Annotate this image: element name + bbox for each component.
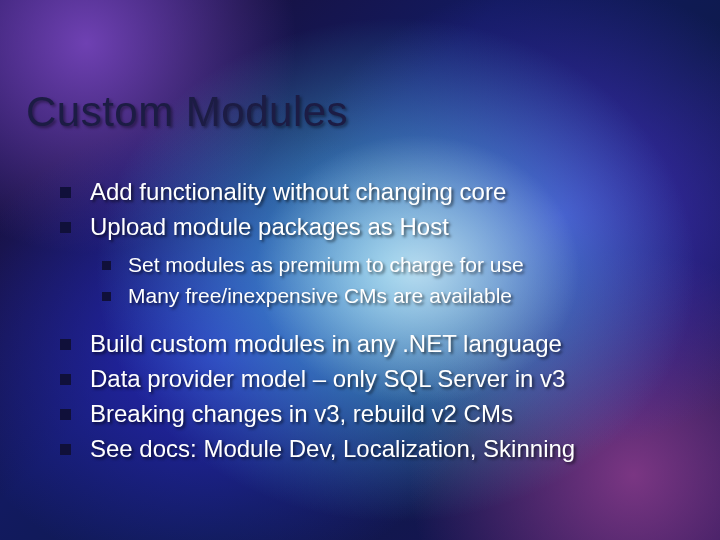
- sub-bullet-item: Many free/inexpensive CMs are available: [102, 281, 690, 311]
- bullet-list: Build custom modules in any .NET languag…: [60, 327, 690, 466]
- sub-bullet-item: Set modules as premium to charge for use: [102, 250, 690, 280]
- bullet-item: Build custom modules in any .NET languag…: [60, 327, 690, 361]
- bullet-item: Add functionality without changing core: [60, 175, 690, 209]
- sub-bullet-list: Set modules as premium to charge for use…: [102, 250, 690, 311]
- bullet-item: Upload module packages as Host: [60, 210, 690, 244]
- bullet-item: Breaking changes in v3, rebuild v2 CMs: [60, 397, 690, 431]
- bullet-item: Data provider model – only SQL Server in…: [60, 362, 690, 396]
- bullet-list: Add functionality without changing core …: [60, 175, 690, 244]
- slide-content: Add functionality without changing core …: [60, 175, 690, 467]
- slide: Custom Modules Add functionality without…: [0, 0, 720, 540]
- bullet-item: See docs: Module Dev, Localization, Skin…: [60, 432, 690, 466]
- slide-title: Custom Modules: [26, 88, 348, 136]
